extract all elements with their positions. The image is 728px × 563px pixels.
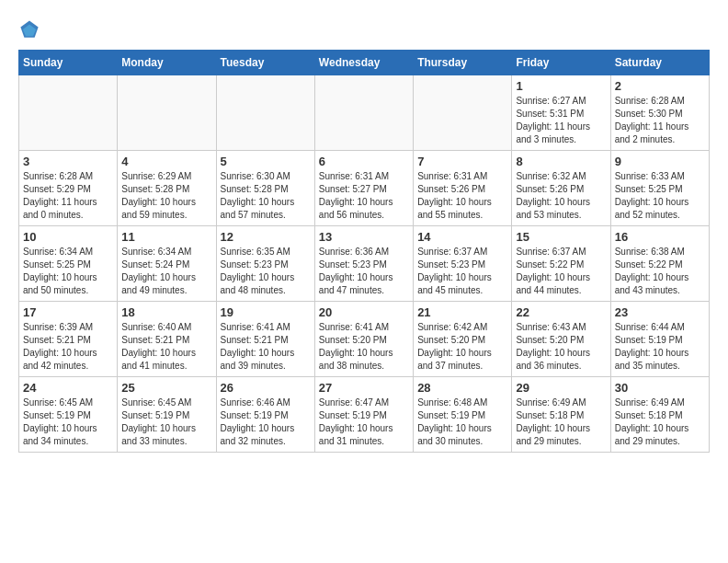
day-info: Sunrise: 6:38 AMSunset: 5:22 PMDaylight:… (615, 246, 705, 297)
logo (18, 18, 44, 40)
day-info: Sunrise: 6:47 AMSunset: 5:19 PMDaylight:… (319, 396, 409, 448)
day-info: Sunrise: 6:33 AMSunset: 5:25 PMDaylight:… (615, 170, 705, 222)
calendar-day-cell: 16Sunrise: 6:38 AMSunset: 5:22 PMDayligh… (610, 226, 709, 302)
calendar-week-row: 24Sunrise: 6:45 AMSunset: 5:19 PMDayligh… (19, 377, 710, 453)
calendar-day-cell: 18Sunrise: 6:40 AMSunset: 5:21 PMDayligh… (118, 302, 216, 377)
day-number: 17 (23, 305, 113, 319)
day-info: Sunrise: 6:37 AMSunset: 5:22 PMDaylight:… (516, 246, 606, 297)
day-number: 25 (121, 381, 211, 395)
calendar-header-row: SundayMondayTuesdayWednesdayThursdayFrid… (19, 51, 710, 75)
calendar-day-cell (19, 75, 118, 151)
day-number: 27 (319, 381, 409, 395)
day-number: 20 (319, 305, 409, 319)
day-number: 12 (221, 230, 311, 244)
day-number: 15 (516, 230, 606, 244)
day-number: 29 (516, 381, 606, 395)
day-number: 6 (319, 155, 409, 168)
day-number: 7 (417, 155, 507, 168)
calendar-week-row: 17Sunrise: 6:39 AMSunset: 5:21 PMDayligh… (19, 302, 710, 377)
weekday-header: Monday (118, 51, 216, 75)
calendar-day-cell (118, 75, 216, 151)
calendar-week-row: 10Sunrise: 6:34 AMSunset: 5:25 PMDayligh… (19, 226, 710, 302)
day-info: Sunrise: 6:35 AMSunset: 5:23 PMDaylight:… (221, 246, 311, 297)
calendar-day-cell: 27Sunrise: 6:47 AMSunset: 5:19 PMDayligh… (314, 377, 413, 453)
day-number: 16 (615, 230, 705, 244)
day-info: Sunrise: 6:28 AMSunset: 5:29 PMDaylight:… (23, 170, 113, 222)
day-info: Sunrise: 6:31 AMSunset: 5:26 PMDaylight:… (417, 170, 507, 222)
day-number: 5 (221, 155, 311, 168)
day-number: 30 (615, 381, 705, 395)
calendar-day-cell: 14Sunrise: 6:37 AMSunset: 5:23 PMDayligh… (414, 226, 512, 302)
calendar-day-cell: 4Sunrise: 6:29 AMSunset: 5:28 PMDaylight… (118, 151, 216, 226)
calendar-day-cell: 3Sunrise: 6:28 AMSunset: 5:29 PMDaylight… (19, 151, 118, 226)
day-number: 24 (23, 381, 113, 395)
weekday-header: Friday (512, 51, 610, 75)
day-info: Sunrise: 6:34 AMSunset: 5:25 PMDaylight:… (23, 246, 113, 297)
weekday-header: Sunday (19, 51, 118, 75)
day-info: Sunrise: 6:37 AMSunset: 5:23 PMDaylight:… (417, 246, 507, 297)
calendar-day-cell: 21Sunrise: 6:42 AMSunset: 5:20 PMDayligh… (414, 302, 512, 377)
calendar-day-cell: 22Sunrise: 6:43 AMSunset: 5:20 PMDayligh… (512, 302, 610, 377)
day-info: Sunrise: 6:34 AMSunset: 5:24 PMDaylight:… (121, 246, 211, 297)
day-number: 23 (615, 305, 705, 319)
weekday-header: Wednesday (314, 51, 413, 75)
day-info: Sunrise: 6:46 AMSunset: 5:19 PMDaylight:… (221, 396, 311, 448)
day-number: 22 (516, 305, 606, 319)
day-number: 9 (615, 155, 705, 168)
calendar-day-cell: 29Sunrise: 6:49 AMSunset: 5:18 PMDayligh… (512, 377, 610, 453)
day-info: Sunrise: 6:42 AMSunset: 5:20 PMDaylight:… (417, 321, 507, 373)
day-info: Sunrise: 6:29 AMSunset: 5:28 PMDaylight:… (121, 170, 211, 222)
day-info: Sunrise: 6:41 AMSunset: 5:21 PMDaylight:… (221, 321, 311, 373)
day-number: 2 (615, 79, 705, 93)
calendar-day-cell: 10Sunrise: 6:34 AMSunset: 5:25 PMDayligh… (19, 226, 118, 302)
calendar-day-cell: 19Sunrise: 6:41 AMSunset: 5:21 PMDayligh… (216, 302, 314, 377)
calendar-day-cell: 5Sunrise: 6:30 AMSunset: 5:28 PMDaylight… (216, 151, 314, 226)
day-info: Sunrise: 6:30 AMSunset: 5:28 PMDaylight:… (221, 170, 311, 222)
day-number: 28 (417, 381, 507, 395)
day-info: Sunrise: 6:43 AMSunset: 5:20 PMDaylight:… (516, 321, 606, 373)
calendar-day-cell: 1Sunrise: 6:27 AMSunset: 5:31 PMDaylight… (512, 75, 610, 151)
day-info: Sunrise: 6:44 AMSunset: 5:19 PMDaylight:… (615, 321, 705, 373)
day-info: Sunrise: 6:36 AMSunset: 5:23 PMDaylight:… (319, 246, 409, 297)
weekday-header: Tuesday (216, 51, 314, 75)
day-number: 26 (221, 381, 311, 395)
day-info: Sunrise: 6:40 AMSunset: 5:21 PMDaylight:… (121, 321, 211, 373)
day-info: Sunrise: 6:49 AMSunset: 5:18 PMDaylight:… (615, 396, 705, 448)
calendar-day-cell: 13Sunrise: 6:36 AMSunset: 5:23 PMDayligh… (314, 226, 413, 302)
day-info: Sunrise: 6:45 AMSunset: 5:19 PMDaylight:… (23, 396, 113, 448)
day-number: 11 (121, 230, 211, 244)
page-header (18, 18, 710, 40)
calendar-day-cell: 17Sunrise: 6:39 AMSunset: 5:21 PMDayligh… (19, 302, 118, 377)
logo-icon (18, 18, 40, 40)
weekday-header: Thursday (414, 51, 512, 75)
day-info: Sunrise: 6:41 AMSunset: 5:20 PMDaylight:… (319, 321, 409, 373)
calendar-day-cell: 9Sunrise: 6:33 AMSunset: 5:25 PMDaylight… (610, 151, 709, 226)
calendar-week-row: 1Sunrise: 6:27 AMSunset: 5:31 PMDaylight… (19, 75, 710, 151)
calendar-day-cell: 8Sunrise: 6:32 AMSunset: 5:26 PMDaylight… (512, 151, 610, 226)
day-number: 1 (516, 79, 606, 93)
day-info: Sunrise: 6:31 AMSunset: 5:27 PMDaylight:… (319, 170, 409, 222)
calendar-day-cell: 20Sunrise: 6:41 AMSunset: 5:20 PMDayligh… (314, 302, 413, 377)
calendar-day-cell: 7Sunrise: 6:31 AMSunset: 5:26 PMDaylight… (414, 151, 512, 226)
calendar-day-cell (314, 75, 413, 151)
calendar-day-cell: 28Sunrise: 6:48 AMSunset: 5:19 PMDayligh… (414, 377, 512, 453)
day-number: 4 (121, 155, 211, 168)
day-number: 21 (417, 305, 507, 319)
calendar-day-cell: 23Sunrise: 6:44 AMSunset: 5:19 PMDayligh… (610, 302, 709, 377)
day-number: 10 (23, 230, 113, 244)
calendar-day-cell: 15Sunrise: 6:37 AMSunset: 5:22 PMDayligh… (512, 226, 610, 302)
weekday-header: Saturday (610, 51, 709, 75)
calendar-day-cell: 6Sunrise: 6:31 AMSunset: 5:27 PMDaylight… (314, 151, 413, 226)
day-number: 14 (417, 230, 507, 244)
calendar-day-cell: 24Sunrise: 6:45 AMSunset: 5:19 PMDayligh… (19, 377, 118, 453)
calendar-day-cell: 2Sunrise: 6:28 AMSunset: 5:30 PMDaylight… (610, 75, 709, 151)
day-info: Sunrise: 6:39 AMSunset: 5:21 PMDaylight:… (23, 321, 113, 373)
calendar-day-cell: 26Sunrise: 6:46 AMSunset: 5:19 PMDayligh… (216, 377, 314, 453)
day-number: 19 (221, 305, 311, 319)
day-info: Sunrise: 6:49 AMSunset: 5:18 PMDaylight:… (516, 396, 606, 448)
day-info: Sunrise: 6:45 AMSunset: 5:19 PMDaylight:… (121, 396, 211, 448)
calendar-day-cell: 30Sunrise: 6:49 AMSunset: 5:18 PMDayligh… (610, 377, 709, 453)
day-number: 3 (23, 155, 113, 168)
day-info: Sunrise: 6:32 AMSunset: 5:26 PMDaylight:… (516, 170, 606, 222)
day-number: 13 (319, 230, 409, 244)
